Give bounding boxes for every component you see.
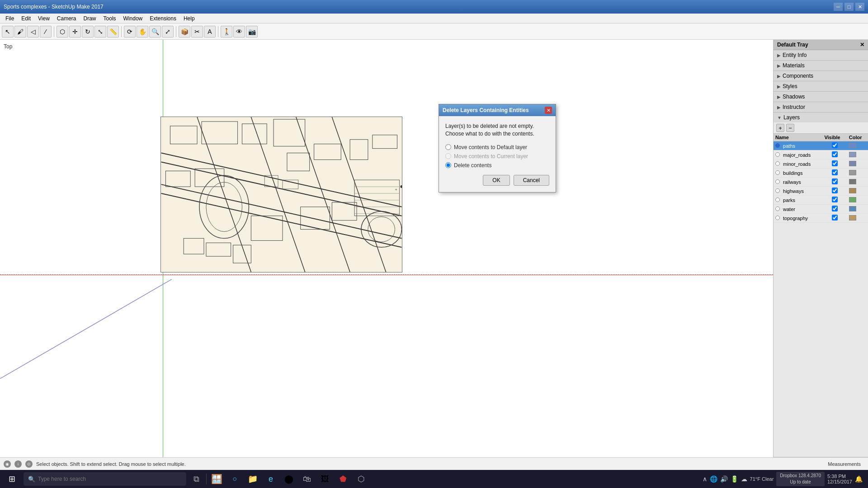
walk-tool[interactable]: 🚶 — [221, 26, 232, 38]
tray-battery[interactable]: 🔋 — [731, 475, 738, 483]
shadows-header[interactable]: ▶ Shadows — [774, 92, 868, 102]
layer-color-swatch[interactable] — [849, 206, 856, 211]
layer-row[interactable]: topography — [774, 214, 868, 223]
layer-active-dot[interactable] — [775, 170, 780, 175]
entity-info-header[interactable]: ▶ Entity Info — [774, 50, 868, 60]
status-geo-icon[interactable]: ⊙ — [25, 460, 33, 468]
maximize-button[interactable]: □ — [844, 3, 854, 11]
delete-contents-option[interactable]: Delete contents — [445, 162, 549, 169]
layer-visible-cell[interactable] — [822, 196, 847, 205]
menu-window[interactable]: Window — [120, 14, 146, 23]
delete-contents-radio[interactable] — [445, 162, 451, 168]
red-icon[interactable]: ⬟ — [335, 471, 351, 487]
layer-active-dot[interactable] — [775, 179, 780, 184]
eraser-tool[interactable]: ◁ — [27, 26, 39, 38]
close-button[interactable]: ✕ — [855, 3, 864, 11]
move-tool[interactable]: ✛ — [69, 26, 81, 38]
viewport[interactable]: Top — [0, 40, 773, 457]
line-tool[interactable]: ∕ — [40, 26, 52, 38]
remove-layer-button[interactable]: − — [786, 124, 794, 132]
menu-edit[interactable]: Edit — [18, 14, 34, 23]
layer-color-cell[interactable] — [847, 169, 868, 178]
tray-network[interactable]: 🌐 — [710, 475, 717, 483]
layer-visible-cell[interactable] — [822, 214, 847, 223]
layer-visible-checkbox[interactable] — [832, 142, 838, 148]
layer-visible-cell[interactable] — [822, 187, 847, 196]
layer-visible-cell[interactable] — [822, 160, 847, 169]
menu-camera[interactable]: Camera — [53, 14, 80, 23]
components-header[interactable]: ▶ Components — [774, 71, 868, 81]
menu-draw[interactable]: Draw — [80, 14, 100, 23]
layer-row[interactable]: buildings — [774, 169, 868, 178]
move-default-radio[interactable] — [445, 144, 451, 150]
start-button[interactable]: ⊞ — [2, 471, 22, 487]
app-icon-2[interactable]: ⬡ — [353, 471, 369, 487]
search-input[interactable] — [38, 476, 182, 482]
task-view-button[interactable]: ⧉ — [188, 471, 204, 487]
menu-view[interactable]: View — [34, 14, 53, 23]
status-mode-icon[interactable]: ◉ — [4, 460, 11, 468]
layer-color-swatch[interactable] — [849, 197, 856, 202]
menu-help[interactable]: Help — [180, 14, 198, 23]
layer-color-cell[interactable] — [847, 214, 868, 223]
add-layer-button[interactable]: + — [776, 124, 784, 132]
menu-extensions[interactable]: Extensions — [146, 14, 180, 23]
layer-visible-checkbox[interactable] — [832, 169, 838, 175]
delete-layers-dialog[interactable]: Delete Layers Containing Entities ✕ Laye… — [439, 104, 556, 192]
scale-tool[interactable]: ⤡ — [94, 26, 106, 38]
layer-visible-cell[interactable] — [822, 169, 847, 178]
tray-speaker[interactable]: 🔊 — [720, 475, 728, 483]
layer-active-dot[interactable] — [775, 161, 780, 166]
layer-color-cell[interactable] — [847, 187, 868, 196]
search-bar[interactable]: 🔍 — [24, 472, 186, 486]
zoom-extent-tool[interactable]: ⤢ — [162, 26, 174, 38]
layers-header[interactable]: ▼ Layers — [774, 113, 868, 122]
store-icon[interactable]: 🛍 — [299, 471, 315, 487]
layer-color-swatch[interactable] — [849, 161, 856, 166]
layer-visible-checkbox[interactable] — [832, 215, 838, 221]
layer-row[interactable]: railways — [774, 178, 868, 187]
clock[interactable]: 5:38 PM 12/15/2017 — [827, 474, 852, 484]
layer-row[interactable]: paths — [774, 141, 868, 150]
layer-row[interactable]: water — [774, 205, 868, 214]
pan-tool[interactable]: ✋ — [137, 26, 148, 38]
select-tool[interactable]: ↖ — [2, 26, 14, 38]
menu-tools[interactable]: Tools — [100, 14, 120, 23]
layer-visible-cell[interactable] — [822, 178, 847, 187]
orbit-tool[interactable]: ⟳ — [124, 26, 136, 38]
layer-visible-cell[interactable] — [822, 205, 847, 214]
cancel-button[interactable]: Cancel — [514, 175, 549, 186]
styles-header[interactable]: ▶ Styles — [774, 81, 868, 91]
rotate-tool[interactable]: ↻ — [82, 26, 94, 38]
layer-active-dot[interactable] — [775, 216, 780, 220]
layer-visible-checkbox[interactable] — [832, 151, 838, 157]
component-tool[interactable]: 📦 — [179, 26, 190, 38]
look-tool[interactable]: 👁 — [233, 26, 245, 38]
layer-color-swatch[interactable] — [849, 143, 856, 148]
layer-visible-checkbox[interactable] — [832, 206, 838, 211]
chrome-icon[interactable]: ⬤ — [281, 471, 297, 487]
windows-explorer-icon[interactable]: 🪟 — [208, 471, 225, 487]
edge-icon[interactable]: e — [263, 471, 279, 487]
dialog-close-button[interactable]: ✕ — [545, 107, 552, 114]
layer-active-dot[interactable] — [775, 188, 780, 193]
layer-visible-checkbox[interactable] — [832, 197, 838, 202]
layer-visible-cell[interactable] — [822, 150, 847, 160]
paint-tool[interactable]: 🖌 — [14, 26, 26, 38]
layer-row[interactable]: parks — [774, 196, 868, 205]
minimize-button[interactable]: ─ — [834, 3, 843, 11]
ok-button[interactable]: OK — [483, 175, 509, 186]
layer-color-cell[interactable] — [847, 160, 868, 169]
move-default-option[interactable]: Move contents to Default layer — [445, 144, 549, 150]
layer-color-cell[interactable] — [847, 141, 868, 150]
zoom-tool[interactable]: 🔍 — [149, 26, 161, 38]
layer-color-swatch[interactable] — [849, 179, 856, 184]
notification-icon[interactable]: 🔔 — [855, 475, 863, 483]
layer-visible-checkbox[interactable] — [832, 160, 838, 166]
tape-tool[interactable]: 📏 — [107, 26, 119, 38]
section-tool[interactable]: ✂ — [191, 26, 203, 38]
push-pull-tool[interactable]: ⬡ — [57, 26, 68, 38]
layer-visible-cell[interactable] — [822, 141, 847, 150]
position-camera-tool[interactable]: 📷 — [246, 26, 258, 38]
layer-row[interactable]: highways — [774, 187, 868, 196]
